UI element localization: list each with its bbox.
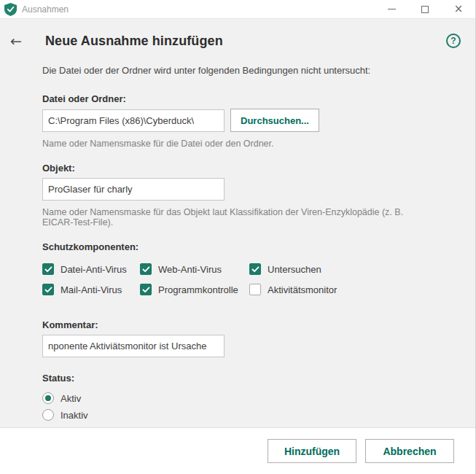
checkbox-box (249, 284, 261, 295)
protection-components-grid: Datei-Anti-Virus Web-Anti-Virus Untersuc… (42, 259, 432, 300)
intro-text: Die Datei oder der Ordner wird unter fol… (42, 65, 432, 76)
checkbox-aktivitaetsmonitor[interactable]: Aktivitätsmonitor (249, 284, 432, 295)
help-button[interactable]: ? (446, 34, 461, 48)
file-hint-text: Name oder Namensmaske für die Datei oder… (42, 139, 432, 149)
checkbox-mail-anti-virus[interactable]: Mail-Anti-Virus (42, 284, 140, 295)
minimize-icon (388, 9, 396, 9)
checkbox-datei-anti-virus[interactable]: Datei-Anti-Virus (42, 263, 140, 275)
radio-circle (42, 392, 54, 404)
close-icon: × (454, 4, 464, 15)
window-title: Ausnahmen (22, 4, 69, 15)
minimize-button[interactable] (375, 0, 408, 18)
close-button[interactable]: × (442, 0, 475, 18)
radio-label: Aktiv (61, 393, 81, 404)
back-button[interactable]: ← (10, 34, 29, 48)
status-radio-group: Aktiv Inaktiv (42, 392, 432, 421)
comment-label: Kommentar: (42, 319, 432, 330)
checkbox-box (42, 263, 54, 275)
file-input-row: Durchsuchen... (42, 109, 432, 132)
window-controls: × (375, 0, 475, 18)
page-title: Neue Ausnahme hinzufügen (45, 34, 223, 49)
dialog-footer: Hinzufügen Abbrechen (0, 427, 475, 474)
object-label: Objekt: (42, 163, 432, 174)
checkbox-label: Untersuchen (268, 264, 321, 275)
checkbox-programmkontrolle[interactable]: Programmkontrolle (140, 284, 249, 295)
protection-components-label: Schutzkomponenten: (42, 241, 432, 252)
browse-button[interactable]: Durchsuchen... (230, 109, 319, 132)
checkbox-box (140, 263, 152, 275)
add-button[interactable]: Hinzufügen (268, 439, 356, 463)
page-header: ← Neue Ausnahme hinzufügen ? (0, 19, 475, 53)
checkbox-label: Aktivitätsmonitor (268, 284, 337, 295)
exception-dialog-window: Ausnahmen × ← Neue Ausnahme hinzufügen ?… (0, 0, 476, 474)
radio-inaktiv[interactable]: Inaktiv (42, 409, 432, 421)
object-input-row (42, 178, 432, 201)
checkbox-box (140, 284, 152, 295)
checkbox-untersuchen[interactable]: Untersuchen (249, 263, 432, 275)
file-or-folder-label: Datei oder Ordner: (42, 93, 432, 104)
dialog-content: ← Neue Ausnahme hinzufügen ? Die Datei o… (0, 19, 475, 427)
checkbox-label: Programmkontrolle (158, 284, 238, 295)
object-input[interactable] (42, 178, 225, 201)
comment-input[interactable] (42, 335, 225, 357)
checkbox-box (249, 263, 261, 275)
comment-input-row (42, 335, 432, 357)
checkbox-label: Mail-Anti-Virus (61, 284, 122, 295)
status-label: Status: (42, 373, 432, 384)
maximize-icon (421, 6, 429, 13)
radio-circle (42, 409, 54, 421)
cancel-button[interactable]: Abbrechen (365, 439, 454, 463)
checkbox-web-anti-virus[interactable]: Web-Anti-Virus (140, 263, 249, 275)
maximize-button[interactable] (408, 0, 442, 18)
radio-label: Inaktiv (61, 410, 88, 421)
checkbox-box (42, 284, 54, 295)
titlebar: Ausnahmen × (0, 0, 475, 19)
radio-aktiv[interactable]: Aktiv (42, 392, 432, 404)
checkbox-label: Datei-Anti-Virus (61, 264, 127, 275)
checkbox-label: Web-Anti-Virus (158, 264, 222, 275)
file-path-input[interactable] (42, 109, 225, 132)
kaspersky-shield-icon (4, 3, 17, 16)
object-hint-text: Name oder Namensmaske für das Objekt lau… (42, 207, 432, 228)
